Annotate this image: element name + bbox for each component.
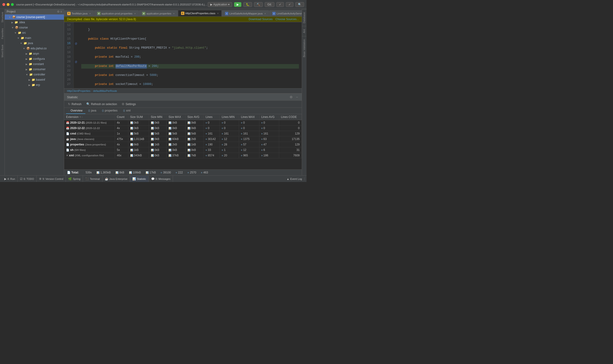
file-size-icon: 📊	[130, 121, 133, 124]
download-sources-link[interactable]: Download Sources	[249, 18, 273, 21]
cell-lines-avg: ≡ 6	[259, 147, 279, 153]
cell-size-sum: 📊 5kB	[128, 131, 149, 136]
status-statistic[interactable]: 📊 Statistic	[130, 176, 149, 182]
tab-close-mapper[interactable]: ×	[265, 12, 266, 15]
panel-tab-properties[interactable]: ⟨⟩ properties	[99, 108, 120, 114]
tab-limitsale-service[interactable]: I LimitSaleActivityService.java ×	[269, 10, 302, 16]
tree-item-configura[interactable]: 📁 configura	[5, 56, 64, 62]
tab-close-app-props[interactable]: ×	[173, 12, 175, 15]
layers-icon: ≡	[261, 149, 263, 151]
tree-item-consumer[interactable]: 📁 consumer	[5, 67, 64, 72]
editor-tabs: T TestMain.java × P application-prod.pro…	[64, 9, 302, 17]
run-button[interactable]: ▶	[234, 2, 241, 7]
size-min-icon: 📊	[115, 171, 118, 174]
favorites-handle[interactable]: Favorites	[0, 26, 4, 42]
layers-icon: ≡	[222, 127, 223, 130]
code-line-18: private int socketTimeout = 10000;	[81, 82, 299, 87]
search-button[interactable]: 🔍	[295, 2, 304, 7]
panel-settings-button[interactable]: ⚙	[289, 95, 294, 99]
status-terminal[interactable]: ⬛ Terminal	[83, 176, 102, 182]
ant-handle[interactable]: Ant	[302, 26, 306, 36]
tree-item-main[interactable]: 📁 main	[5, 35, 64, 40]
tab-close-app-prod[interactable]: ×	[134, 12, 136, 15]
status-java-enterprise[interactable]: ☕ Java Enterprise	[102, 176, 130, 182]
tree-item-baseinf[interactable]: 📁 baseinf	[5, 77, 64, 82]
breadcrumb-separator: ›	[91, 90, 92, 92]
tree-item-controller[interactable]: 📁 controller	[5, 72, 64, 77]
panel-tab-java[interactable]: ⟨⟩ java	[85, 108, 99, 114]
tree-item-src[interactable]: 📁 src	[5, 30, 64, 35]
lines-icon: ≡	[161, 171, 162, 174]
file-size-icon: 📊	[151, 154, 154, 157]
git-check[interactable]: ✓	[276, 2, 284, 7]
file-size-icon: 📊	[151, 149, 154, 151]
close-button[interactable]	[2, 3, 5, 6]
tab-app-props[interactable]: P application.properties ×	[139, 10, 178, 16]
choose-sources-link[interactable]: Choose Sources...	[275, 18, 299, 21]
event-log-button[interactable]: ▲ Event Log	[284, 178, 305, 180]
total-size-max: 📊 106kB	[129, 171, 141, 174]
tree-item-constant[interactable]: 📁 constant	[5, 62, 64, 67]
tab-httpclient-class[interactable]: C HttpClientProperties.class ×	[178, 10, 222, 16]
arrow-icon	[11, 26, 14, 29]
sidebar-tools[interactable]: ⚙ ≡	[57, 10, 62, 13]
status-spring[interactable]: 🌿 Spring	[66, 176, 83, 182]
application-selector[interactable]: ▶ Application ▾	[208, 2, 232, 7]
breadcrumb-class[interactable]: HttpClientProperties	[67, 90, 90, 92]
tree-item-course[interactable]: 📦 course	[5, 25, 64, 30]
bean-validation-handle[interactable]: Bean Validation	[302, 36, 306, 60]
refresh-button[interactable]: ↻ Refresh	[66, 102, 84, 106]
panel-minimize-button[interactable]: −	[295, 95, 299, 99]
cell-lines: ≡ 161	[204, 131, 220, 136]
col-extension[interactable]: Extension ↑	[64, 114, 115, 120]
statistics-table[interactable]: Extension ↑ Count Size SUM Size MIN Size…	[64, 114, 302, 169]
tree-item-course-parent[interactable]: 📦 course [course-parent] ~	[5, 14, 64, 20]
file-desc: (SH files)	[74, 149, 86, 151]
cell-count: 4x	[115, 126, 128, 131]
col-lines: Lines	[204, 114, 220, 120]
tab-app-prod[interactable]: P application-prod.properties ×	[94, 10, 139, 16]
tree-item-edu-jiahui[interactable]: 📦 edu.jiahui.co	[5, 46, 64, 51]
cell-extension: 📄 sh (SH files)	[64, 147, 115, 153]
settings-button[interactable]: ⚙ Settings	[120, 102, 138, 106]
tab-close-testmain[interactable]: ×	[89, 12, 91, 15]
breadcrumb-field[interactable]: defaultMaxPerRoute	[93, 90, 117, 92]
file-size-icon: 📊	[168, 143, 171, 146]
code-editor[interactable]: 12 13 14 15 16 17 18 19 20 21 22 23 26 2…	[64, 22, 302, 88]
tree-item-idea[interactable]: 📁 .idea	[5, 20, 64, 25]
fullscreen-button[interactable]	[11, 3, 14, 6]
refresh-on-selection-button[interactable]: 🔍 Refresh on selection	[84, 102, 119, 106]
tab-testmain[interactable]: T TestMain.java ×	[64, 10, 94, 16]
cell-count: 1x	[115, 131, 128, 136]
layers-icon: ≡	[222, 121, 223, 124]
tree-item-java[interactable]: 📁 java	[5, 40, 64, 46]
branch-label: ~	[46, 16, 47, 18]
code-content[interactable]: } public class HttpClientProperties { pu…	[78, 22, 302, 88]
cell-size-min: 📊 5kB	[149, 131, 167, 136]
line-num-13: 13	[64, 27, 72, 32]
tree-item-erp[interactable]: 📁 erp	[5, 82, 64, 88]
status-run[interactable]: ▶ 4: Run	[2, 176, 18, 182]
minimize-button[interactable]	[7, 3, 10, 6]
status-messages[interactable]: 💬 0: Messages	[149, 176, 173, 182]
tree-item-asyn[interactable]: 📁 asyn	[5, 51, 64, 56]
cell-size-avg: 📊 7kB	[185, 153, 204, 158]
status-todo[interactable]: ☑ 6: TODO	[18, 176, 37, 182]
refresh-on-selection-icon: 🔍	[86, 102, 90, 106]
word-book-handle[interactable]: Word Book	[0, 42, 4, 60]
line-num-26: 26	[64, 78, 72, 82]
panel-tab-overview[interactable]: · Overview	[66, 108, 85, 114]
status-version-control[interactable]: ⑨ 9: Version Control	[37, 176, 66, 182]
panel-tab-xml[interactable]: ⟨⟩ xml	[120, 108, 133, 114]
database-handle[interactable]: Database	[302, 9, 306, 26]
cell-extension: 📄 properties (Java properties)	[64, 142, 115, 147]
build-button[interactable]: 🔨	[254, 2, 263, 7]
git-check2[interactable]: ✓	[286, 2, 293, 7]
tab-limitsale-mapper[interactable]: I LimitSaleActivityMapper.java ×	[222, 10, 269, 16]
file-size-icon: 📊	[130, 132, 133, 135]
structure-handle[interactable]: Structure	[0, 9, 4, 26]
tab-close-httpclient[interactable]: ×	[217, 12, 219, 15]
debug-button[interactable]: 🐛	[243, 2, 252, 7]
event-log-icon: ▲	[287, 178, 289, 180]
total-count: 539x	[85, 171, 92, 174]
